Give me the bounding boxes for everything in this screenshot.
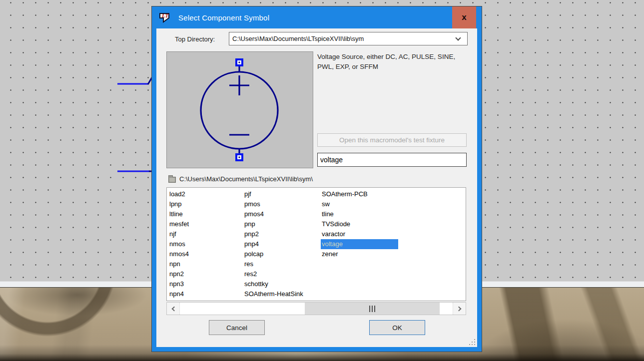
open-test-fixture-label: Open this macromodel's test fixture [339,136,445,144]
list-item[interactable]: nmos4 [168,249,246,259]
list-item[interactable]: sw [321,199,398,209]
current-path: C:\Users\Max\Documents\LTspiceXVII\lib\s… [179,175,313,183]
list-item[interactable]: npn4 [168,289,246,299]
symbol-list[interactable]: load2lpnpltlinemesfetnjfnmosnmos4npnnpn2… [166,187,466,301]
list-item[interactable]: tline [321,209,398,219]
list-item[interactable]: pnp4 [243,239,321,249]
list-item[interactable]: SOAtherm-HeatSink [243,289,321,299]
list-item[interactable]: njf [168,229,246,239]
chevron-left-icon [171,306,176,311]
list-item[interactable]: pnp [243,219,321,229]
cancel-label: Cancel [226,324,247,332]
list-hscrollbar[interactable] [166,302,466,315]
list-item[interactable]: mesfet [168,219,246,229]
list-item[interactable]: ltline [168,209,246,219]
chevron-down-icon [455,35,461,40]
list-item[interactable]: zener [321,249,398,259]
top-directory-combobox[interactable]: C:\Users\Max\Documents\LTspiceXVII\lib\s… [229,32,468,45]
list-item[interactable]: lpnp [168,199,246,209]
symbol-preview [166,51,313,168]
list-item[interactable]: schottky [243,279,321,289]
close-icon: x [462,12,466,22]
select-component-symbol-dialog: LT Select Component Symbol x Top Directo… [152,6,482,352]
list-item[interactable]: res2 [243,269,321,279]
dialog-titlebar[interactable]: LT Select Component Symbol [152,6,482,28]
dialog-body: Top Directory: C:\Users\Max\Documents\LT… [156,28,477,347]
list-item[interactable]: pmos4 [243,209,321,219]
list-item[interactable]: pmos [243,199,321,209]
list-item[interactable]: SOAtherm-PCB [321,189,398,199]
chevron-right-icon [456,306,461,311]
scroll-right-button[interactable] [453,303,466,315]
list-item[interactable]: npn [168,259,246,269]
top-directory-label: Top Directory: [175,35,215,43]
list-item[interactable]: npn3 [168,279,246,289]
scroll-left-button[interactable] [167,303,180,315]
list-item[interactable]: pjf [243,189,321,199]
svg-text:LT: LT [161,12,169,18]
scrollbar-grip-icon [369,306,375,312]
ltspice-logo-icon: LT [159,11,173,23]
list-item[interactable]: TVSdiode [321,219,398,229]
list-item[interactable]: pnp2 [243,229,321,239]
list-item[interactable]: nmos [168,239,246,249]
component-description: Voltage Source, either DC, AC, PULSE, SI… [317,52,468,72]
resize-grip[interactable] [469,339,476,346]
cancel-button[interactable]: Cancel [209,320,265,335]
list-item[interactable]: res [243,259,321,269]
top-directory-value: C:\Users\Max\Documents\LTspiceXVII\lib\s… [232,35,456,42]
folder-icon [168,177,176,183]
list-item[interactable]: polcap [243,249,321,259]
open-test-fixture-button[interactable]: Open this macromodel's test fixture [317,133,467,147]
scrollbar-thumb[interactable] [305,303,440,315]
list-item[interactable]: varactor [321,229,398,239]
list-item[interactable]: npn2 [168,269,246,279]
close-button[interactable]: x [452,6,476,28]
list-item[interactable]: load2 [168,189,246,199]
list-item[interactable]: voltage [321,239,398,249]
voltage-source-symbol [167,52,313,168]
ok-label: OK [392,324,402,332]
dialog-title: Select Component Symbol [178,13,269,22]
search-input[interactable] [317,153,467,167]
screen: LT Select Component Symbol x Top Directo… [0,0,644,361]
ok-button[interactable]: OK [369,320,425,335]
